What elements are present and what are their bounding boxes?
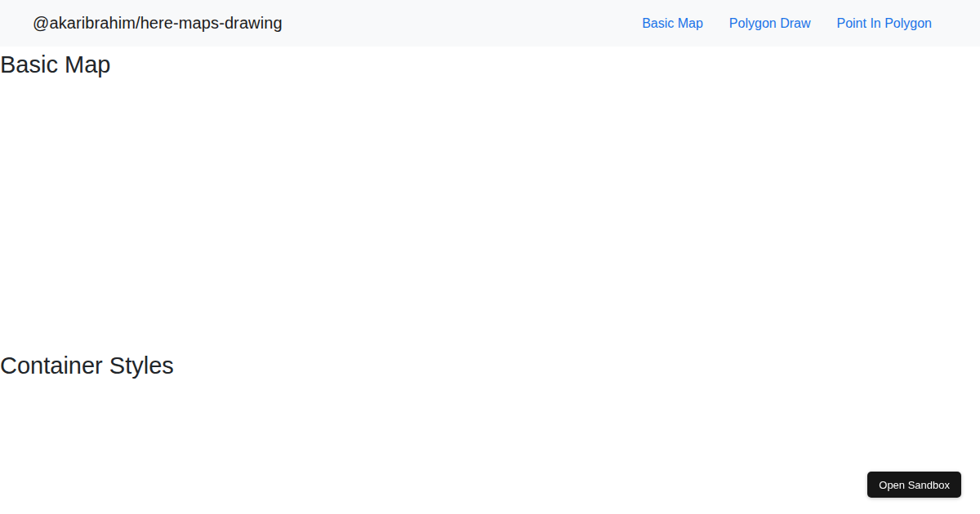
main-content: Basic Map Container Styles [0,51,980,514]
section-heading-basic-map: Basic Map [0,51,980,78]
nav-link-polygon-draw[interactable]: Polygon Draw [716,10,824,38]
navbar-links: Basic Map Polygon Draw Point In Polygon [629,10,945,38]
styled-map-canvas[interactable] [0,379,980,514]
section-heading-container-styles: Container Styles [0,352,980,379]
navbar-brand[interactable]: @akaribrahim/here-maps-drawing [33,14,283,33]
navbar: @akaribrahim/here-maps-drawing Basic Map… [0,0,980,47]
open-sandbox-button[interactable]: Open Sandbox [867,472,961,498]
nav-link-point-in-polygon[interactable]: Point In Polygon [823,10,945,38]
nav-link-basic-map[interactable]: Basic Map [629,10,716,38]
basic-map-canvas[interactable] [0,78,980,348]
